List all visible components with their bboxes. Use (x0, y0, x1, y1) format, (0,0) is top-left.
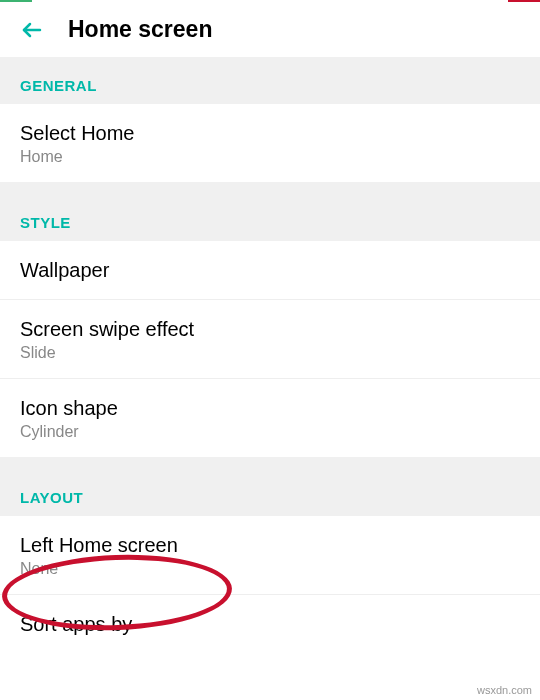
setting-value: None (20, 560, 520, 578)
section-header-style: STYLE (0, 194, 540, 241)
setting-title: Left Home screen (20, 532, 520, 558)
setting-value: Slide (20, 344, 520, 362)
setting-title: Icon shape (20, 395, 520, 421)
watermark-text: wsxdn.com (477, 684, 532, 696)
section-gap (0, 182, 540, 194)
setting-sort-apps-by[interactable]: Sort apps by (0, 595, 540, 653)
setting-title: Wallpaper (20, 257, 520, 283)
app-header: Home screen (0, 2, 540, 57)
setting-title: Screen swipe effect (20, 316, 520, 342)
setting-left-home-screen[interactable]: Left Home screen None (0, 516, 540, 595)
setting-value: Cylinder (20, 423, 520, 441)
section-gap (0, 457, 540, 469)
setting-icon-shape[interactable]: Icon shape Cylinder (0, 379, 540, 457)
back-arrow-icon[interactable] (20, 18, 44, 42)
section-header-general: GENERAL (0, 57, 540, 104)
setting-value: Home (20, 148, 520, 166)
page-title: Home screen (68, 16, 212, 43)
setting-swipe-effect[interactable]: Screen swipe effect Slide (0, 300, 540, 379)
setting-select-home[interactable]: Select Home Home (0, 104, 540, 182)
setting-title: Select Home (20, 120, 520, 146)
setting-wallpaper[interactable]: Wallpaper (0, 241, 540, 300)
section-header-layout: LAYOUT (0, 469, 540, 516)
setting-title: Sort apps by (20, 611, 520, 637)
